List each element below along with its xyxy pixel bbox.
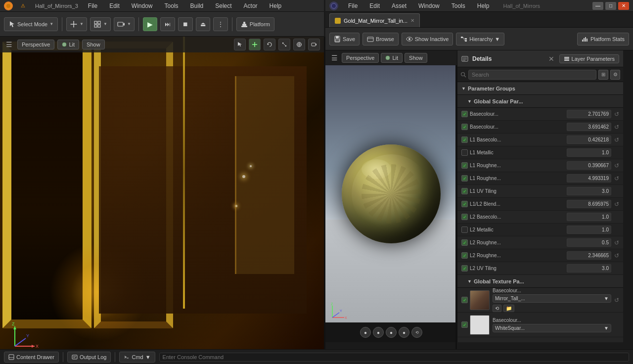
texture-checkbox-0[interactable] — [461, 297, 468, 303]
vp-ctrl-btn-5[interactable]: ⟲ — [411, 327, 422, 338]
param-checkbox-0[interactable] — [461, 111, 468, 117]
param-reset-2[interactable]: ↺ — [612, 136, 621, 144]
grid-view-btn[interactable]: ⊞ — [598, 70, 608, 80]
material-tab[interactable]: Gold_Mat_Mirror_Tall_in... ✕ — [329, 13, 420, 27]
menu-help-right[interactable]: Help — [475, 1, 492, 10]
global-scalar-header[interactable]: ▼ Global Scalar Par... — [457, 95, 623, 108]
param-checkbox-4[interactable] — [461, 162, 468, 169]
eject-button[interactable]: ⏏ — [196, 17, 210, 31]
param-value-7[interactable] — [567, 200, 611, 208]
texture-find-btn-0[interactable]: ⟲ — [493, 305, 501, 312]
param-value-5[interactable] — [567, 174, 611, 182]
texture-checkbox-1[interactable] — [461, 321, 468, 328]
texture-select-0[interactable]: Mirror_Tall_... ▼ — [493, 294, 611, 303]
save-button[interactable]: Save — [329, 33, 360, 46]
menu-help-left[interactable]: Help — [268, 1, 284, 10]
texture-reset-0[interactable]: ↺ — [612, 296, 621, 305]
param-checkbox-6[interactable] — [461, 188, 468, 194]
param-reset-4[interactable]: ↺ — [612, 161, 621, 170]
menu-actor-left[interactable]: Actor — [242, 1, 260, 10]
show-btn-right[interactable]: Show — [405, 53, 427, 63]
menu-asset-right[interactable]: Asset — [390, 1, 408, 10]
param-checkbox-12[interactable] — [461, 265, 468, 272]
scale-vp-icon[interactable] — [278, 39, 290, 50]
stop-button[interactable]: ⏹ — [178, 17, 193, 31]
param-reset-5[interactable]: ↺ — [612, 174, 621, 183]
vp-ctrl-btn-4[interactable]: ● — [399, 327, 409, 338]
camera-btn[interactable]: ▼ — [114, 17, 135, 31]
perspective-btn-right[interactable]: Perspective — [342, 53, 379, 63]
menu-window-right[interactable]: Window — [416, 1, 442, 10]
param-reset-10[interactable]: ↺ — [612, 238, 621, 247]
minimize-button[interactable]: — — [592, 2, 603, 10]
param-checkbox-9[interactable] — [461, 227, 468, 233]
menu-build-left[interactable]: Build — [188, 1, 206, 10]
param-reset-0[interactable]: ↺ — [612, 110, 621, 119]
param-checkbox-5[interactable] — [461, 175, 468, 182]
console-input[interactable] — [159, 353, 629, 362]
cmd-button[interactable]: Cmd ▼ — [119, 352, 155, 363]
param-checkbox-1[interactable] — [461, 124, 468, 130]
hamburger-menu-left[interactable]: ☰ — [4, 40, 14, 49]
play-button[interactable]: ▶ — [143, 17, 157, 31]
platform-button[interactable]: Platform — [236, 17, 274, 31]
layer-params-button[interactable]: Layer Parameters — [559, 54, 619, 63]
vp-ctrl-btn-3[interactable]: ● — [386, 327, 397, 338]
menu-edit-right[interactable]: Edit — [367, 1, 382, 10]
world-vp-icon[interactable] — [293, 39, 305, 50]
param-value-12[interactable] — [567, 264, 611, 273]
maximize-button[interactable]: □ — [605, 2, 616, 10]
vp-ctrl-btn-2[interactable]: ● — [373, 327, 384, 338]
param-reset-1[interactable]: ↺ — [612, 123, 621, 132]
texture-browse-btn-0[interactable]: 📁 — [503, 305, 514, 312]
lit-btn-left[interactable]: Lit — [57, 40, 79, 49]
menu-select-left[interactable]: Select — [213, 1, 233, 10]
menu-file-right[interactable]: File — [346, 1, 360, 10]
more-options-button[interactable]: ⋮ — [213, 17, 228, 31]
param-checkbox-3[interactable] — [461, 149, 468, 156]
platform-stats-button[interactable]: Platform Stats — [577, 33, 629, 46]
snap-tool-button[interactable]: ▼ — [90, 17, 111, 31]
show-btn-left[interactable]: Show — [82, 40, 105, 49]
output-log-button[interactable]: Output Log — [67, 352, 111, 363]
global-texture-header[interactable]: ▼ Global Texture Pa... — [457, 275, 623, 288]
menu-edit-left[interactable]: Edit — [107, 1, 122, 10]
tab-close-button[interactable]: ✕ — [410, 18, 414, 23]
cursor-vp-icon[interactable] — [234, 39, 246, 50]
transform-tool-button[interactable]: ▼ — [66, 17, 87, 31]
param-value-1[interactable] — [567, 123, 611, 131]
close-button[interactable]: ✕ — [618, 2, 629, 10]
param-checkbox-11[interactable] — [461, 252, 468, 259]
hamburger-menu-right[interactable]: ☰ — [329, 53, 340, 63]
param-value-8[interactable] — [567, 213, 611, 221]
filter-btn[interactable]: ⚙ — [610, 70, 620, 80]
select-mode-button[interactable]: Select Mode ▼ — [4, 17, 58, 31]
browse-button[interactable]: Browse — [362, 33, 399, 46]
param-value-9[interactable] — [567, 226, 611, 234]
param-checkbox-2[interactable] — [461, 136, 468, 143]
param-value-10[interactable] — [567, 238, 611, 247]
next-frame-button[interactable]: ⏭ — [160, 17, 175, 31]
rotate-vp-icon[interactable] — [264, 39, 275, 50]
texture-select-1[interactable]: WhiteSquar... ▼ — [493, 324, 611, 332]
param-groups-header[interactable]: ▼ Parameter Groups — [457, 82, 623, 95]
menu-tools-left[interactable]: Tools — [163, 1, 181, 10]
content-drawer-button[interactable]: Content Drawer — [4, 352, 59, 363]
material-sphere-container[interactable] — [325, 65, 457, 322]
param-value-2[interactable] — [567, 136, 611, 144]
param-reset-11[interactable]: ↺ — [612, 251, 621, 260]
hierarchy-button[interactable]: Hierarchy ▼ — [456, 33, 504, 46]
details-close-button[interactable]: ✕ — [547, 55, 555, 63]
param-value-4[interactable] — [567, 161, 611, 170]
menu-window-left[interactable]: Window — [130, 1, 155, 10]
camera-vp-icon[interactable] — [308, 39, 320, 50]
move-vp-icon[interactable] — [249, 39, 261, 50]
search-input[interactable] — [468, 70, 596, 80]
param-value-11[interactable] — [567, 251, 611, 260]
param-value-3[interactable] — [567, 148, 611, 157]
show-inactive-button[interactable]: Show Inactive — [402, 33, 453, 46]
lit-btn-right[interactable]: Lit — [381, 53, 403, 63]
param-checkbox-10[interactable] — [461, 239, 468, 246]
menu-tools-right[interactable]: Tools — [450, 1, 467, 10]
param-value-6[interactable] — [567, 187, 611, 195]
